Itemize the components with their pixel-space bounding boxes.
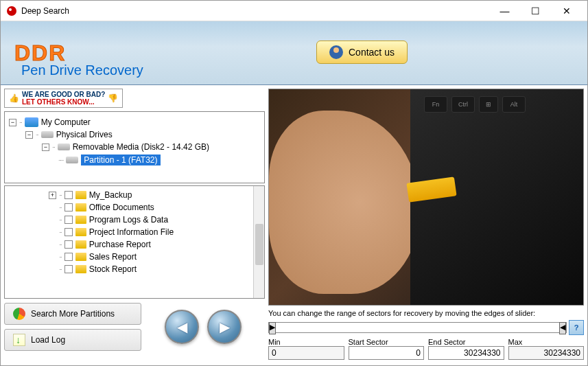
- arrow-left-icon: ◀: [177, 319, 187, 335]
- folder-icon: [75, 228, 86, 236]
- button-label: Search More Partitions: [31, 309, 115, 319]
- drive-tree: − ··· My Computer − ··· Physical Drives …: [4, 111, 265, 183]
- sector-hint: You can change the range of sectors for …: [268, 309, 584, 317]
- tree-node-physical[interactable]: − ··· Physical Drives: [9, 128, 260, 141]
- checkbox[interactable]: [64, 216, 73, 224]
- file-label: Office Documents: [89, 203, 154, 212]
- review-line1: WE ARE GOOD OR BAD?: [22, 91, 105, 98]
- contact-label: Contact us: [349, 47, 395, 58]
- checkbox[interactable]: [64, 191, 73, 199]
- search-partitions-button[interactable]: Search More Partitions: [4, 303, 141, 325]
- file-label: My_Backup: [89, 190, 132, 200]
- button-label: Load Log: [31, 335, 65, 345]
- load-log-button[interactable]: Load Log: [4, 329, 141, 351]
- scroll-thumb[interactable]: [255, 224, 263, 265]
- file-label: Sales Report: [89, 252, 137, 262]
- preview-image: Fn Ctrl ⊞ Alt: [268, 89, 584, 306]
- start-label: Start Sector: [349, 338, 425, 346]
- thumb-up-icon: 👍: [9, 93, 19, 103]
- app-icon: [6, 5, 17, 16]
- key-alt: Alt: [502, 96, 526, 113]
- file-label: Project Information File: [89, 227, 174, 237]
- expand-icon[interactable]: +: [49, 192, 56, 199]
- folder-icon: [75, 240, 86, 249]
- folder-icon: [75, 265, 86, 273]
- max-label: Max: [508, 338, 585, 346]
- file-label: Purchase Report: [89, 240, 151, 249]
- min-value: [268, 346, 344, 360]
- person-icon: [329, 45, 343, 59]
- folder-icon: [75, 191, 86, 199]
- file-tree-item[interactable]: ···Purchase Report: [8, 238, 261, 251]
- pie-chart-icon: [13, 308, 25, 320]
- file-tree-item[interactable]: ···Sales Report: [8, 251, 261, 263]
- minimize-button[interactable]: —: [489, 1, 520, 21]
- key-win: ⊞: [479, 96, 498, 113]
- slider-handle-right[interactable]: ◀: [559, 322, 566, 334]
- log-file-icon: [13, 334, 25, 346]
- tree-node-computer[interactable]: − ··· My Computer: [9, 116, 260, 128]
- start-sector-input[interactable]: [349, 346, 425, 360]
- collapse-icon[interactable]: −: [42, 144, 49, 151]
- svg-point-1: [9, 8, 12, 11]
- min-label: Min: [268, 338, 344, 346]
- tree-label: My Computer: [41, 117, 91, 127]
- file-label: Stock Report: [89, 264, 137, 274]
- drive-icon: [66, 157, 78, 163]
- file-tree-item[interactable]: +···My_Backup: [8, 189, 261, 201]
- checkbox[interactable]: [64, 253, 73, 261]
- collapse-icon[interactable]: −: [9, 119, 16, 126]
- header-banner: DDR Pen Drive Recovery Contact us: [1, 21, 587, 85]
- file-label: Program Logs & Data: [89, 215, 168, 225]
- computer-icon: [25, 117, 38, 127]
- tree-label: Removable Media (Disk2 - 14.42 GB): [73, 142, 209, 152]
- checkbox[interactable]: [64, 228, 73, 236]
- file-tree-item[interactable]: ···Program Logs & Data: [8, 214, 261, 226]
- window-title: Deep Search: [21, 6, 489, 16]
- max-value: [508, 346, 585, 360]
- end-label: End Sector: [428, 338, 504, 346]
- svg-point-0: [7, 6, 16, 16]
- forward-button[interactable]: ▶: [207, 310, 242, 344]
- key-fn: Fn: [424, 96, 447, 113]
- contact-us-button[interactable]: Contact us: [316, 41, 408, 64]
- drive-icon: [41, 131, 54, 138]
- tree-node-removable[interactable]: − ··· Removable Media (Disk2 - 14.42 GB): [9, 141, 260, 153]
- maximize-button[interactable]: ☐: [520, 1, 551, 21]
- review-badge[interactable]: 👍 WE ARE GOOD OR BAD? LET OTHERS KNOW...…: [4, 89, 123, 108]
- collapse-icon[interactable]: −: [25, 131, 33, 139]
- logo-text: DDR: [14, 41, 66, 66]
- key-ctrl: Ctrl: [451, 96, 475, 113]
- back-button[interactable]: ◀: [165, 310, 199, 344]
- review-line2: LET OTHERS KNOW...: [22, 98, 95, 106]
- product-subtitle: Pen Drive Recovery: [21, 62, 143, 78]
- tree-label-selected: Partition - 1 (FAT32): [81, 155, 160, 165]
- scrollbar[interactable]: [253, 186, 264, 298]
- slider-handle-left[interactable]: ▶: [269, 322, 276, 334]
- hand-graphic: [269, 111, 420, 294]
- close-button[interactable]: ✕: [551, 1, 582, 21]
- checkbox[interactable]: [64, 265, 73, 273]
- tree-node-partition[interactable]: ······ Partition - 1 (FAT32): [9, 153, 260, 167]
- folder-icon: [75, 253, 86, 261]
- thumb-down-icon: 👎: [108, 93, 118, 103]
- checkbox[interactable]: [64, 203, 73, 211]
- checkbox[interactable]: [64, 240, 73, 249]
- file-tree-item[interactable]: ···Project Information File: [8, 226, 261, 238]
- help-button[interactable]: ?: [569, 320, 584, 335]
- file-tree: +···My_Backup···Office Documents···Progr…: [4, 185, 265, 299]
- arrow-right-icon: ▶: [220, 319, 230, 335]
- tree-label: Physical Drives: [56, 130, 113, 139]
- window-titlebar: Deep Search — ☐ ✕: [1, 1, 587, 21]
- file-tree-item[interactable]: ···Office Documents: [8, 201, 261, 214]
- file-tree-item[interactable]: ···Stock Report: [8, 263, 261, 275]
- folder-icon: [75, 203, 86, 211]
- end-sector-input[interactable]: [428, 346, 504, 360]
- folder-icon: [75, 216, 86, 224]
- drive-icon: [58, 144, 70, 150]
- sector-slider[interactable]: ▶ ◀: [268, 322, 567, 333]
